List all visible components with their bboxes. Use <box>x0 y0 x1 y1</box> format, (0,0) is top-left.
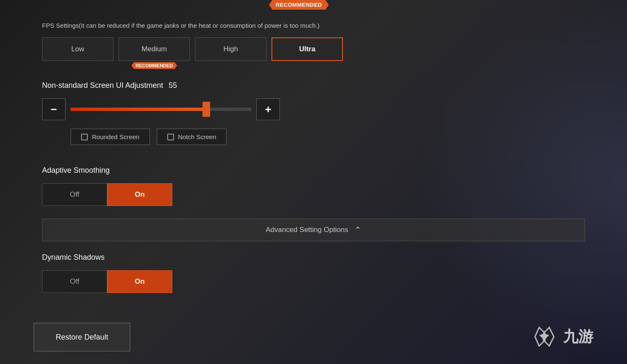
fps-buttons-row: Low Medium Recommended High Ultra <box>42 37 585 61</box>
adaptive-smoothing-off-button[interactable]: Off <box>42 183 107 206</box>
watermark: 九游 <box>530 322 593 351</box>
dynamic-shadows-toggle-row: Off On <box>42 270 585 293</box>
adaptive-smoothing-on-button[interactable]: On <box>107 183 172 206</box>
slider-decrease-button[interactable]: − <box>42 98 66 120</box>
top-recommended-badge: Recommended <box>269 0 329 10</box>
fps-ultra-button[interactable]: Ultra <box>271 37 343 61</box>
slider-fill <box>71 108 206 111</box>
adaptive-smoothing-section: Adaptive Smoothing Off On <box>42 166 585 206</box>
fps-section: FPS Settings(It can be reduced if the ga… <box>42 21 585 61</box>
fps-high-button[interactable]: High <box>195 37 266 61</box>
watermark-icon <box>530 322 559 351</box>
screen-section: Non-standard Screen UI Adjustment 55 − +… <box>42 81 585 145</box>
restore-default-button[interactable]: Restore Default <box>34 323 130 351</box>
advanced-settings-label: Advanced Setting Options <box>266 226 348 234</box>
dynamic-shadows-title: Dynamic Shadows <box>42 253 585 262</box>
screen-types-row: Rounded Screen Notch Screen <box>71 129 585 145</box>
fps-medium-button[interactable]: Medium Recommended <box>119 37 190 61</box>
slider-thumb[interactable] <box>203 102 210 117</box>
main-content: Recommended FPS Settings(It can be reduc… <box>0 0 627 364</box>
adaptive-smoothing-toggle-row: Off On <box>42 183 585 206</box>
dynamic-shadows-section: Dynamic Shadows Off On <box>42 253 585 293</box>
slider-track-container <box>71 98 251 120</box>
watermark-text: 九游 <box>563 327 593 347</box>
dynamic-shadows-off-button[interactable]: Off <box>42 270 107 293</box>
screen-ui-value: 55 <box>169 81 177 90</box>
fps-medium-recommended-tag: Recommended <box>132 62 177 69</box>
notch-screen-button[interactable]: Notch Screen <box>157 129 227 145</box>
rounded-screen-button[interactable]: Rounded Screen <box>71 129 150 145</box>
dynamic-shadows-on-button[interactable]: On <box>107 270 172 293</box>
fps-low-button[interactable]: Low <box>42 37 113 61</box>
slider-row: − + <box>42 98 585 120</box>
fps-description: FPS Settings(It can be reduced if the ga… <box>42 21 585 30</box>
adaptive-smoothing-title: Adaptive Smoothing <box>42 166 585 175</box>
slider-track <box>71 108 251 111</box>
slider-increase-button[interactable]: + <box>256 98 280 120</box>
advanced-settings-bar[interactable]: Advanced Setting Options ⌃ <box>42 219 585 241</box>
screen-section-title: Non-standard Screen UI Adjustment 55 <box>42 81 585 90</box>
chevron-up-icon: ⌃ <box>354 225 361 235</box>
